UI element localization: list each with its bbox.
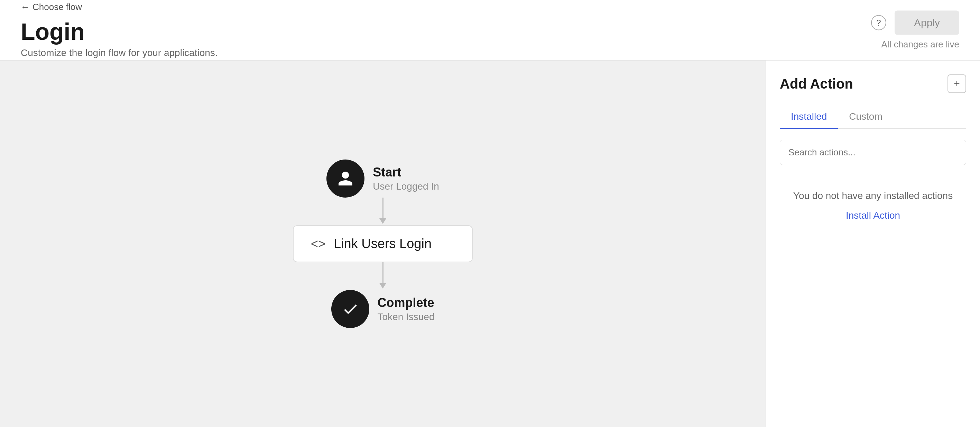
sidebar-header: Add Action +: [780, 74, 966, 93]
action-node[interactable]: <> Link Users Login: [293, 225, 473, 262]
choose-flow-label: Choose flow: [32, 2, 82, 13]
sidebar-title: Add Action: [780, 76, 853, 92]
apply-button[interactable]: Apply: [894, 11, 959, 35]
install-action-link[interactable]: Install Action: [846, 210, 900, 221]
action-node-icon: <>: [311, 237, 325, 251]
arrow-head-2: [379, 283, 386, 288]
back-arrow-icon: ←: [21, 2, 30, 13]
flow-canvas: Start User Logged In <> Link Users Login: [0, 61, 765, 427]
choose-flow-link[interactable]: ← Choose flow: [21, 2, 959, 13]
add-action-button[interactable]: +: [948, 74, 966, 93]
complete-node: Complete Token Issued: [331, 290, 435, 328]
empty-state: You do not have any installed actions In…: [780, 189, 966, 221]
arrow-connector-2: [379, 262, 386, 290]
complete-node-icon: [331, 290, 369, 328]
start-node-subtitle: User Logged In: [373, 181, 439, 192]
tab-installed[interactable]: Installed: [780, 105, 838, 129]
flow-diagram: Start User Logged In <> Link Users Login: [293, 159, 473, 328]
search-input[interactable]: [780, 140, 966, 165]
main-container: Start User Logged In <> Link Users Login: [0, 61, 980, 427]
arrow-head-1: [379, 218, 386, 224]
complete-node-subtitle: Token Issued: [378, 311, 435, 322]
all-changes-status: All changes are live: [881, 39, 959, 50]
empty-state-text: You do not have any installed actions: [793, 189, 953, 203]
complete-node-title: Complete: [378, 295, 435, 310]
header-actions: ? Apply All changes are live: [871, 11, 959, 50]
page-subtitle: Customize the login flow for your applic…: [21, 48, 959, 59]
arrow-line-1: [382, 198, 383, 218]
help-icon[interactable]: ?: [871, 15, 886, 30]
arrow-line-2: [382, 262, 383, 283]
start-node-icon: [326, 159, 364, 198]
arrow-connector-1: [379, 198, 386, 225]
start-node-title: Start: [373, 165, 439, 180]
complete-node-label: Complete Token Issued: [378, 295, 435, 322]
header: ← Choose flow Login Customize the login …: [0, 0, 980, 61]
page-title: Login: [21, 19, 959, 45]
action-node-label: Link Users Login: [334, 236, 431, 251]
start-node: Start User Logged In: [326, 159, 439, 198]
tabs-container: Installed Custom: [780, 105, 966, 129]
start-node-label: Start User Logged In: [373, 165, 439, 192]
header-top-actions: ? Apply: [871, 11, 959, 35]
tab-custom[interactable]: Custom: [838, 105, 893, 129]
sidebar: Add Action + Installed Custom You do not…: [765, 61, 980, 427]
